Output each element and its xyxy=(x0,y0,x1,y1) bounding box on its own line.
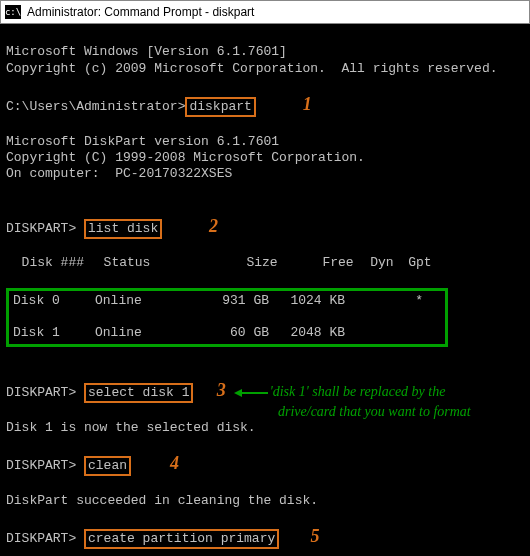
hdr-gpt: Gpt xyxy=(394,255,432,271)
d1-name: Disk 1 xyxy=(13,325,95,341)
console-area[interactable]: Microsoft Windows [Version 6.1.7601] Cop… xyxy=(0,24,530,556)
annotation-1: 1 xyxy=(303,94,312,114)
dp-prompt-3: DISKPART> xyxy=(6,385,84,400)
cmd-select-box: select disk 1 xyxy=(84,383,193,403)
d1-free: 2048 KB xyxy=(269,325,345,341)
hdr-disk: Disk ### xyxy=(22,255,104,271)
dp-prompt-2: DISKPART> xyxy=(6,221,84,236)
table-row-disk1: Disk 1Online60 GB2048 KB xyxy=(13,325,441,341)
d1-status: Online xyxy=(95,325,187,341)
cmd-select: select disk 1 xyxy=(88,385,189,400)
d0-name: Disk 0 xyxy=(13,293,95,309)
cmd-create-box: create partition primary xyxy=(84,529,279,549)
titlebar[interactable]: c:\ Administrator: Command Prompt - disk… xyxy=(0,0,530,24)
d0-gpt: * xyxy=(385,293,423,309)
hdr-dyn: Dyn xyxy=(354,255,394,271)
annotation-green-l1: 'disk 1' shall be replaced by the xyxy=(270,384,446,399)
arrow-green-icon xyxy=(234,386,270,400)
dp-prompt-5: DISKPART> xyxy=(6,531,84,546)
cmd-clean-box: clean xyxy=(84,456,131,476)
cmd-listdisk: list disk xyxy=(88,221,158,236)
d0-size: 931 GB xyxy=(187,293,269,309)
svg-marker-1 xyxy=(234,389,242,397)
annotation-green-l2: drive/card that you want to format xyxy=(278,403,471,421)
line-copyright-win: Copyright (c) 2009 Microsoft Corporation… xyxy=(6,61,497,76)
d1-size: 60 GB xyxy=(187,325,269,341)
dp-prompt-4: DISKPART> xyxy=(6,458,84,473)
line-copyright-dp: Copyright (C) 1999-2008 Microsoft Corpor… xyxy=(6,150,365,165)
hdr-free: Free xyxy=(278,255,354,271)
annotation-5: 5 xyxy=(310,526,319,546)
line-on-computer: On computer: PC-20170322XSES xyxy=(6,166,232,181)
line-clean-msg: DiskPart succeeded in cleaning the disk. xyxy=(6,493,318,508)
prompt-1: C:\Users\Administrator> xyxy=(6,99,185,114)
hdr-size: Size xyxy=(196,255,278,271)
disk-table-header: Disk ###StatusSizeFreeDynGpt xyxy=(6,255,524,271)
annotation-2: 2 xyxy=(209,216,218,236)
annotation-4: 4 xyxy=(170,453,179,473)
line-ms-windows: Microsoft Windows [Version 6.1.7601] xyxy=(6,44,287,59)
cmd-clean: clean xyxy=(88,458,127,473)
cmd-icon: c:\ xyxy=(5,5,21,19)
cmd-diskpart-box: diskpart xyxy=(185,97,255,117)
window-title: Administrator: Command Prompt - diskpart xyxy=(27,5,254,19)
cmd-diskpart: diskpart xyxy=(189,99,251,114)
hdr-status: Status xyxy=(104,255,196,271)
d0-free: 1024 KB xyxy=(269,293,345,309)
disk-table-highlight: Disk 0Online931 GB1024 KB* Disk 1Online6… xyxy=(6,288,448,347)
cmd-create: create partition primary xyxy=(88,531,275,546)
annotation-3: 3 xyxy=(217,380,226,400)
table-row-disk0: Disk 0Online931 GB1024 KB* xyxy=(13,293,441,309)
cmd-listdisk-box: list disk xyxy=(84,219,162,239)
line-selected: Disk 1 is now the selected disk. xyxy=(6,420,256,435)
d0-status: Online xyxy=(95,293,187,309)
line-diskpart-version: Microsoft DiskPart version 6.1.7601 xyxy=(6,134,279,149)
